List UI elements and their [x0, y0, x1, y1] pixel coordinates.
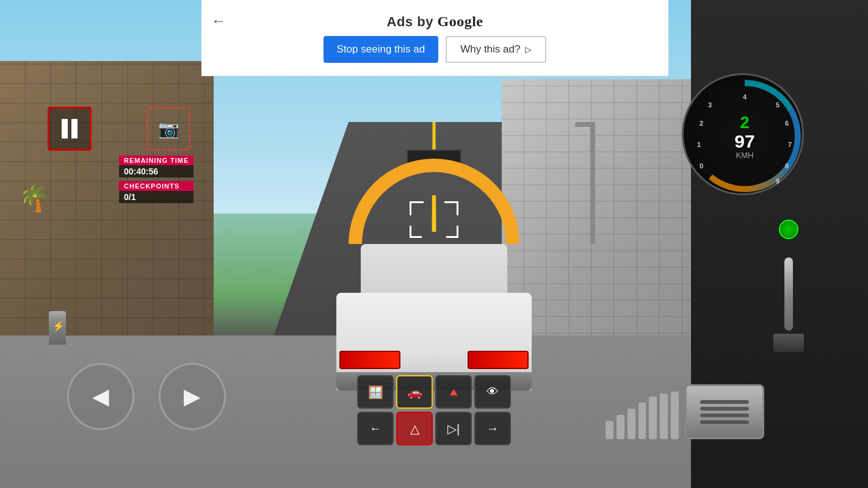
ad-header: Ads by Google — [387, 13, 483, 30]
wipers-button[interactable]: 🪟 — [357, 375, 394, 409]
boost-progress-bar — [606, 390, 679, 439]
hazard-button[interactable]: △ — [396, 412, 433, 445]
speedo-num-3: 3 — [708, 101, 712, 109]
boost-seg-6 — [660, 393, 668, 439]
acc-line-4 — [700, 420, 749, 424]
acc-line-1 — [700, 400, 749, 404]
boost-seg-2 — [617, 415, 624, 439]
ad-overlay: ← Ads by Google Stop seeing this ad Why … — [201, 0, 668, 76]
boost-seg-7 — [671, 392, 679, 439]
player-car — [318, 232, 550, 390]
left-arrow-icon: ◀ — [92, 384, 109, 409]
play-icon: ▷ — [525, 45, 532, 54]
remaining-time-label: REMAINING TIME — [119, 156, 193, 165]
boost-seg-3 — [627, 409, 635, 439]
car-controls-top-row: 🪟 🚗 🔺 👁 — [357, 375, 511, 409]
gear-stick — [770, 220, 807, 342]
right-arrow-icon: ▶ — [184, 384, 201, 409]
pause-bar-left — [62, 119, 68, 138]
hood-button[interactable]: 🔺 — [435, 375, 472, 409]
street-lamp — [590, 122, 595, 244]
turn-right-icon: → — [486, 422, 499, 436]
speedo-circle: 4 5 6 7 8 9 3 2 1 0 2 97 KMH — [682, 73, 804, 195]
hud-info-panel: REMAINING TIME 00:40:56 CHECKPOINTS 0/1 — [119, 156, 193, 207]
ad-back-button[interactable]: ← — [211, 12, 226, 29]
ad-buttons: Stop seeing this ad Why this ad? ▷ — [324, 36, 547, 63]
speedo-num-6: 6 — [785, 120, 789, 127]
camera-button[interactable]: 📷 — [146, 107, 190, 151]
checkpoints-section: CHECKPOINTS 0/1 — [119, 181, 193, 203]
why-this-ad-button[interactable]: Why this ad? ▷ — [446, 36, 546, 63]
lightning-icon: ⚡ — [52, 320, 65, 332]
gear-stick-body — [784, 257, 793, 331]
palm-leaves: 🌴 — [18, 183, 50, 213]
checkpoints-value: 0/1 — [119, 191, 193, 203]
pause-button[interactable] — [48, 107, 92, 151]
boost-icon: ⚡ — [49, 311, 66, 351]
turn-left-icon: ← — [369, 422, 382, 436]
speedo-num-8: 8 — [785, 162, 789, 170]
speedo-num-7: 7 — [788, 141, 792, 148]
speedo-num-9: 9 — [776, 178, 779, 185]
checkpoints-label: CHECKPOINTS — [119, 181, 193, 191]
car-controls-bottom-row: ← △ ▷| → — [357, 412, 511, 445]
tail-light-right — [468, 351, 529, 369]
wipers-icon: 🪟 — [368, 385, 383, 400]
speedo-num-1: 1 — [697, 141, 701, 148]
gear-display: 2 — [740, 113, 750, 132]
remaining-time-value: 00:40:56 — [119, 165, 193, 178]
car-tail-lights — [339, 351, 529, 369]
timer-section: REMAINING TIME 00:40:56 — [119, 156, 193, 178]
speedo-num-5: 5 — [776, 101, 779, 109]
stop-seeing-ad-button[interactable]: Stop seeing this ad — [324, 36, 439, 63]
tail-light-left — [339, 351, 400, 369]
speed-display: 97 — [734, 132, 754, 151]
pause-bar-right — [71, 119, 78, 138]
speedo-num-2: 2 — [700, 120, 703, 127]
steer-right-button[interactable]: ▶ — [159, 363, 226, 430]
accelerator-pedal[interactable] — [685, 384, 764, 439]
ad-title: Ads by Google — [387, 13, 483, 30]
headlights-icon: ▷| — [447, 422, 460, 436]
door-button[interactable]: 🚗 — [396, 375, 433, 409]
why-this-ad-text: Why this ad? — [460, 43, 520, 56]
door-icon: 🚗 — [407, 385, 422, 400]
google-brand: Google — [437, 13, 483, 29]
gear-knob — [779, 220, 798, 239]
acc-line-3 — [700, 414, 749, 417]
pause-icon — [62, 119, 78, 138]
gear-base — [773, 334, 804, 352]
camera-view-button[interactable]: 👁 — [474, 375, 511, 409]
boost-seg-1 — [606, 421, 613, 439]
boost-bottle: ⚡ — [49, 311, 66, 345]
steer-left-button[interactable]: ◀ — [67, 363, 134, 430]
acc-line-2 — [700, 407, 749, 411]
boost-seg-5 — [649, 396, 657, 439]
ads-by-prefix: Ads by — [387, 14, 438, 29]
hood-icon: 🔺 — [446, 385, 461, 400]
speed-unit: KMH — [736, 151, 754, 160]
boost-seg-4 — [638, 403, 646, 439]
camera-view-icon: 👁 — [486, 385, 499, 399]
speedo-inner: 4 5 6 7 8 9 3 2 1 0 2 97 KMH — [695, 86, 795, 186]
speedo-num-4: 4 — [743, 93, 747, 101]
headlights-button[interactable]: ▷| — [435, 412, 472, 445]
speedometer: 4 5 6 7 8 9 3 2 1 0 2 97 KMH — [682, 73, 810, 195]
palm-tree: 🌴 — [18, 183, 50, 207]
hazard-icon: △ — [410, 422, 419, 436]
turn-left-button[interactable]: ← — [357, 412, 394, 445]
turn-right-button[interactable]: → — [474, 412, 511, 445]
speedo-num-0: 0 — [700, 162, 703, 170]
camera-icon: 📷 — [158, 119, 179, 139]
